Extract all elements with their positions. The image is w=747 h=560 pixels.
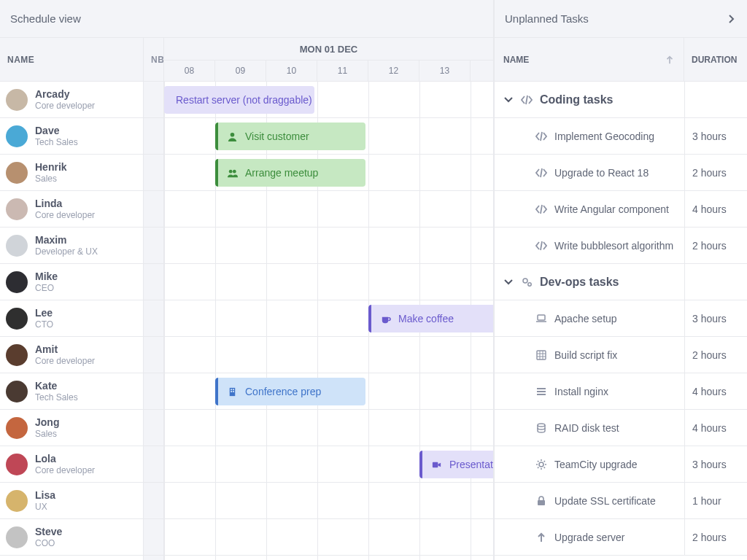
task-duration: 4 hours [684, 191, 747, 227]
unplanned-column-duration[interactable]: DURATION [684, 38, 747, 81]
nbr-cell [144, 446, 163, 483]
coffee-icon [380, 314, 391, 324]
chevron-down-icon[interactable] [503, 95, 514, 105]
scheduled-event[interactable]: Conference prep [215, 378, 365, 405]
avatar [6, 526, 28, 548]
scheduled-event[interactable]: Visit customer [215, 122, 365, 150]
unplanned-task[interactable]: TeamCity upgrade3 hours [495, 446, 747, 483]
avatar [6, 89, 28, 111]
stack-icon [535, 386, 547, 397]
chevron-down-icon[interactable] [503, 277, 514, 287]
timeline-row[interactable] [164, 337, 493, 373]
resource-row[interactable]: ArcadyCore developer [0, 82, 143, 118]
unplanned-title: Unplanned Tasks [505, 12, 589, 25]
nbr-cell [144, 118, 163, 155]
arrow-up-icon [535, 532, 547, 543]
task-label: Apache setup [554, 313, 617, 324]
event-label: Visit customer [245, 131, 309, 142]
unplanned-task[interactable]: Apache setup3 hours [495, 300, 747, 337]
nbr-cell [144, 191, 163, 228]
resource-name: Maxim [35, 234, 98, 246]
timeline-row[interactable]: Conference prep [164, 373, 493, 410]
timeline-row[interactable] [164, 228, 493, 264]
unplanned-task[interactable]: Implement Geocoding3 hours [495, 118, 747, 155]
resource-role: Core developer [35, 356, 95, 366]
event-label: Arrange meetup [245, 167, 318, 179]
timeline-row[interactable]: Visit customer [164, 118, 493, 155]
hour-cell: 10 [266, 61, 317, 81]
task-label: Install nginx [554, 386, 608, 397]
timeline-row[interactable]: Arrange meetup [164, 155, 493, 191]
hour-cell: 13 [419, 61, 471, 81]
task-duration: 2 hours [684, 228, 747, 263]
resource-name: Jong [35, 416, 59, 429]
timeline-row[interactable] [164, 264, 493, 300]
timeline-hours: 080910111213 [164, 61, 493, 81]
resource-row[interactable]: LolaCore developer [0, 446, 143, 483]
resource-row[interactable]: JongSales [0, 410, 143, 446]
resource-row[interactable]: AmitCore developer [0, 337, 143, 373]
timeline-row[interactable] [164, 483, 493, 519]
nbr-cell [144, 337, 163, 373]
task-label: Implement Geocoding [554, 131, 654, 142]
timeline-row[interactable]: Make coffee [164, 300, 493, 337]
scheduled-event[interactable]: Make coffee [368, 305, 493, 332]
resource-row[interactable]: DaveTech Sales [0, 118, 143, 155]
schedule-panel: Schedule view NAME NBR TASKS MON 01 DEC … [0, 0, 495, 560]
timeline-row[interactable]: Restart server (not draggable) [164, 82, 493, 118]
timeline-row[interactable] [164, 410, 493, 446]
resource-name: Lisa [35, 489, 55, 502]
resource-row[interactable]: MikeCEO [0, 264, 143, 300]
task-label: Write bubblesort algorithm [554, 240, 673, 252]
column-header-nbr[interactable]: NBR TASKS [144, 38, 164, 81]
unplanned-task[interactable]: Update SSL certificate1 hour [495, 483, 747, 519]
task-label: TeamCity upgrade [554, 459, 638, 470]
resource-row[interactable]: SteveCOO [0, 519, 143, 556]
task-duration: 3 hours [684, 118, 747, 154]
resource-row[interactable]: LindaCore developer [0, 191, 143, 228]
timeline-row[interactable]: Presentation [164, 446, 493, 483]
resource-row[interactable]: LeeCTO [0, 300, 143, 337]
timeline-row[interactable] [164, 191, 493, 228]
unplanned-column-name[interactable]: NAME [495, 38, 684, 81]
unplanned-task[interactable]: Install nginx4 hours [495, 373, 747, 410]
db-icon [535, 422, 547, 434]
unplanned-task[interactable]: Write Angular component4 hours [495, 191, 747, 228]
event-label: Make coffee [398, 313, 454, 324]
avatar [6, 381, 28, 402]
unplanned-task[interactable]: Build script fix2 hours [495, 337, 747, 373]
resource-row[interactable]: LisaUX [0, 483, 143, 519]
resource-name: Mike [35, 271, 58, 283]
task-duration: 2 hours [684, 337, 747, 373]
task-group[interactable]: Dev-ops tasks [495, 264, 747, 300]
resource-row[interactable]: MaximDeveloper & UX [0, 228, 143, 264]
resource-row[interactable]: HenrikSales [0, 155, 143, 191]
code-icon [535, 240, 547, 252]
users-icon [227, 168, 238, 179]
timeline[interactable]: Restart server (not draggable)Visit cust… [164, 82, 493, 560]
scheduled-event[interactable]: Arrange meetup [215, 159, 365, 187]
task-label: Upgrade server [554, 532, 625, 543]
task-group[interactable]: Coding tasks [495, 82, 747, 118]
code-icon [535, 167, 547, 179]
timeline-row[interactable] [164, 519, 493, 556]
nbr-cell [144, 373, 163, 410]
resource-role: CEO [35, 283, 58, 293]
scheduled-event[interactable]: Presentation [419, 451, 493, 478]
event-label: Conference prep [245, 386, 321, 397]
avatar [6, 490, 28, 512]
column-header-name[interactable]: NAME [0, 38, 144, 81]
unplanned-task-list: Coding tasksImplement Geocoding3 hoursUp… [495, 82, 747, 560]
scheduled-event[interactable]: Restart server (not draggable) [164, 86, 314, 114]
avatar [6, 344, 28, 366]
task-group-title: Dev-ops tasks [540, 276, 619, 289]
unplanned-task[interactable]: RAID disk test4 hours [495, 410, 747, 446]
sort-asc-icon [665, 55, 675, 65]
unplanned-task[interactable]: Upgrade to React 182 hours [495, 155, 747, 191]
unplanned-task[interactable]: Upgrade server2 hours [495, 519, 747, 556]
resource-name: Steve [35, 526, 62, 538]
user-icon [227, 131, 238, 142]
resource-row[interactable]: KateTech Sales [0, 373, 143, 410]
collapse-panel-icon[interactable] [727, 14, 737, 24]
unplanned-task[interactable]: Write bubblesort algorithm2 hours [495, 228, 747, 264]
